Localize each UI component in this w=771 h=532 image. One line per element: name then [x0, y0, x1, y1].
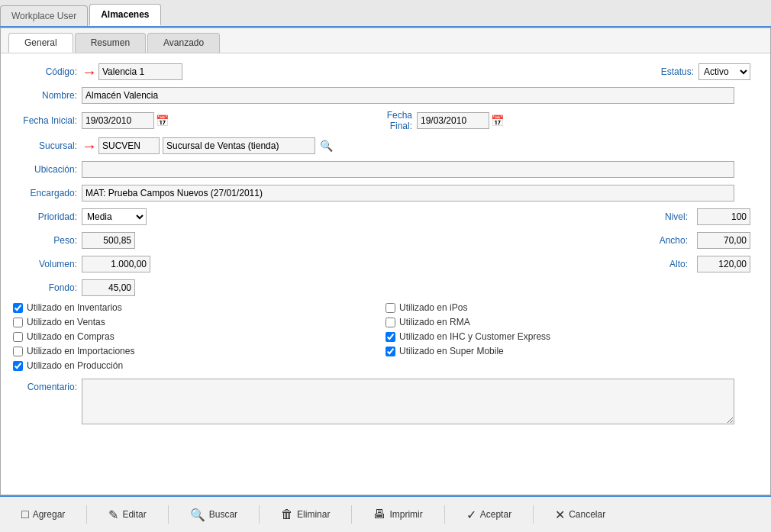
tab-general[interactable]: General	[8, 33, 73, 53]
editar-label: Editar	[122, 509, 146, 520]
sep1	[86, 505, 87, 524]
sep6	[533, 505, 534, 524]
cb-importaciones[interactable]	[13, 347, 23, 356]
row-sucursal: Sucursal: → 🔍	[13, 137, 758, 155]
tab-almacenes[interactable]: Almacenes	[89, 4, 160, 26]
label-fondo: Fondo:	[13, 282, 82, 293]
row-fechas: Fecha Inicial: 📅 Fecha Final: 📅	[13, 110, 758, 131]
checkbox-section: Utilizado en Inventarios Utilizado en Ve…	[13, 302, 758, 371]
checkbox-col-right: Utilizado en iPos Utilizado en RMA Utili…	[386, 302, 758, 371]
input-ubicacion[interactable]	[82, 161, 734, 178]
cb-inventarios[interactable]	[13, 303, 23, 313]
label-ubicacion: Ubicación:	[13, 164, 82, 175]
label-encargado: Encargado:	[13, 188, 82, 198]
sep5	[444, 505, 445, 524]
arrow-codigo: →	[82, 64, 97, 79]
arrow-sucursal: →	[82, 138, 97, 153]
label-inventarios: Utilizado en Inventarios	[27, 302, 122, 313]
cancelar-icon: ✕	[555, 508, 565, 522]
row-nombre: Nombre: Almacén Valencia	[13, 86, 758, 105]
input-codigo[interactable]: Valencia 1	[98, 63, 182, 80]
sep3	[259, 505, 260, 524]
select-prioridad[interactable]: Alta Media Baja	[82, 208, 147, 225]
input-nombre[interactable]: Almacén Valencia	[82, 87, 734, 104]
label-fecha-final: Fecha Final:	[382, 110, 417, 131]
title-bar: Workplace User Almacenes	[0, 0, 771, 27]
label-peso: Peso:	[13, 235, 82, 246]
cb-row-produccion: Utilizado en Producción	[13, 360, 386, 371]
row-peso: Peso: Ancho:	[13, 231, 758, 250]
cb-rma[interactable]	[386, 318, 395, 327]
sep2	[168, 505, 169, 524]
aceptar-icon: ✓	[466, 508, 476, 522]
eliminar-button[interactable]: 🗑 Eliminar	[275, 505, 336, 524]
label-ipos: Utilizado en iPos	[399, 302, 467, 313]
cb-ventas[interactable]	[13, 318, 23, 327]
input-fondo[interactable]	[82, 279, 135, 296]
cb-ipos[interactable]	[386, 303, 395, 313]
input-nivel[interactable]	[697, 208, 750, 225]
input-sucursal-name[interactable]	[163, 137, 315, 154]
label-ihc: Utilizado en IHC y Customer Express	[399, 331, 550, 342]
editar-button[interactable]: ✎ Editar	[102, 505, 152, 525]
cb-row-ipos: Utilizado en iPos	[386, 302, 758, 313]
tab-workplace[interactable]: Workplace User	[0, 5, 88, 26]
agregar-icon: □	[21, 508, 29, 521]
cancelar-label: Cancelar	[569, 509, 605, 520]
label-mobile: Utilizado en Super Mobile	[399, 346, 504, 356]
checkbox-col-left: Utilizado en Inventarios Utilizado en Ve…	[13, 302, 386, 371]
label-fecha-inicial: Fecha Inicial:	[13, 115, 82, 126]
row-ubicacion: Ubicación:	[13, 160, 758, 179]
aceptar-button[interactable]: ✓ Aceptar	[460, 505, 518, 525]
main-panel: General Resumen Avanzado Código: → Valen…	[0, 27, 771, 495]
cb-row-rma: Utilizado en RMA	[386, 317, 758, 327]
cb-row-importaciones: Utilizado en Importaciones	[13, 346, 386, 356]
label-ventas: Utilizado en Ventas	[27, 317, 105, 327]
cancelar-button[interactable]: ✕ Cancelar	[549, 505, 611, 525]
cb-ihc[interactable]	[386, 332, 395, 342]
input-encargado[interactable]	[82, 185, 734, 202]
aceptar-label: Aceptar	[480, 509, 511, 520]
input-ancho[interactable]	[697, 232, 750, 249]
cb-compras[interactable]	[13, 332, 23, 342]
form-area: Código: → Valencia 1 Estatus: Activo Ina…	[1, 53, 770, 495]
input-volumen[interactable]	[82, 256, 150, 272]
cb-row-ventas: Utilizado en Ventas	[13, 317, 386, 327]
eliminar-label: Eliminar	[297, 509, 330, 520]
label-importaciones: Utilizado en Importaciones	[27, 346, 134, 356]
input-fecha-final[interactable]	[417, 112, 489, 129]
label-alto: Alto:	[639, 259, 692, 269]
calendar-icon-inicial[interactable]: 📅	[156, 114, 169, 127]
bottom-toolbar: □ Agregar ✎ Editar 🔍 Buscar 🗑 Eliminar 🖶…	[0, 495, 771, 532]
buscar-button[interactable]: 🔍 Buscar	[184, 505, 244, 525]
row-encargado: Encargado:	[13, 184, 758, 202]
tab-resumen[interactable]: Resumen	[75, 33, 146, 53]
input-fecha-inicial[interactable]	[82, 112, 154, 129]
label-nombre: Nombre:	[13, 90, 82, 101]
row-comentario: Comentario:	[13, 379, 758, 424]
editar-icon: ✎	[108, 508, 118, 522]
imprimir-button[interactable]: 🖶 Imprimir	[367, 505, 428, 524]
cb-produccion[interactable]	[13, 361, 23, 371]
select-estatus[interactable]: Activo Inactivo	[698, 63, 750, 80]
textarea-comentario[interactable]	[82, 379, 734, 424]
input-peso[interactable]	[82, 232, 135, 249]
cb-mobile[interactable]	[386, 347, 395, 356]
cb-row-ihc: Utilizado en IHC y Customer Express	[386, 331, 758, 342]
tab-avanzado[interactable]: Avanzado	[147, 33, 220, 53]
label-sucursal: Sucursal:	[13, 140, 82, 151]
imprimir-label: Imprimir	[389, 509, 422, 520]
eliminar-icon: 🗑	[281, 508, 293, 521]
label-compras: Utilizado en Compras	[27, 331, 115, 342]
label-estatus: Estatus:	[645, 66, 698, 77]
label-prioridad: Prioridad:	[13, 211, 82, 222]
buscar-icon: 🔍	[190, 508, 205, 522]
label-rma: Utilizado en RMA	[399, 317, 470, 327]
buscar-label: Buscar	[209, 509, 237, 520]
search-icon[interactable]: 🔍	[320, 140, 333, 152]
input-alto[interactable]	[697, 256, 750, 272]
agregar-button[interactable]: □ Agregar	[15, 505, 71, 524]
input-sucursal-code[interactable]	[98, 137, 160, 154]
cb-row-compras: Utilizado en Compras	[13, 331, 386, 342]
calendar-icon-final[interactable]: 📅	[491, 114, 504, 127]
